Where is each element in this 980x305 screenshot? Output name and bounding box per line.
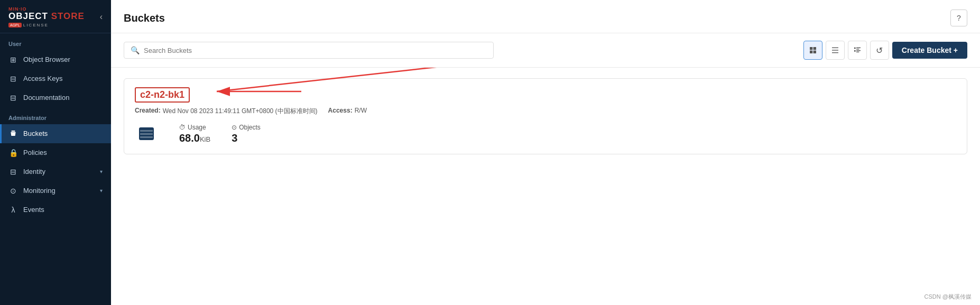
sidebar-item-label: Events — [23, 206, 44, 214]
logo-title: OBJECT STORE — [8, 12, 85, 22]
sidebar-item-events[interactable]: λ Events — [0, 200, 111, 219]
doc-icon: ⊟ — [8, 93, 18, 103]
bucket-icon — [8, 129, 18, 138]
svg-rect-18 — [140, 133, 153, 135]
bucket-name[interactable]: c2-n2-bk1 — [140, 89, 184, 100]
sidebar-item-buckets[interactable]: Buckets — [0, 124, 111, 143]
svg-rect-10 — [854, 50, 856, 52]
svg-rect-17 — [140, 130, 153, 132]
bucket-storage-icon — [135, 122, 158, 145]
sidebar-item-label: Access Keys — [23, 75, 62, 82]
grid-icon: ⊞ — [8, 55, 18, 64]
usage-label: ⏱ Usage — [179, 124, 210, 131]
lambda-icon: λ — [8, 205, 18, 215]
sidebar-header: MIN·IO OBJECT STORE AGPL LICENSE ‹ — [0, 0, 111, 33]
objects-value: 3 — [232, 132, 261, 144]
usage-stat: ⏱ Usage 68.0KiB — [179, 124, 210, 144]
bucket-access: Access: R/W — [328, 107, 367, 116]
svg-rect-7 — [854, 48, 856, 49]
agpl-badge: AGPL — [8, 23, 22, 27]
svg-rect-5 — [832, 50, 838, 50]
create-bucket-button[interactable]: Create Bucket + — [892, 42, 967, 59]
sidebar-item-label: Identity — [23, 168, 45, 175]
help-button[interactable]: ? — [950, 10, 967, 26]
access-label: Access: — [328, 107, 353, 116]
user-icon: ⊟ — [8, 167, 18, 177]
svg-rect-3 — [813, 51, 816, 53]
chevron-down-icon: ▾ — [100, 188, 103, 193]
toolbar-actions: ↺ Create Bucket + — [803, 41, 967, 60]
objects-label: ⊙ Objects — [232, 124, 261, 131]
chart-icon: ⊙ — [8, 186, 18, 196]
svg-rect-19 — [140, 136, 153, 138]
content-area: c2-n2-bk1 Created: Wed Nov 08 2023 11:49… — [111, 68, 980, 305]
svg-rect-1 — [813, 47, 816, 50]
bucket-created: Created: Wed Nov 08 2023 11:49:11 GMT+08… — [135, 107, 318, 116]
svg-rect-8 — [856, 48, 861, 48]
sidebar-item-label: Monitoring — [23, 187, 56, 195]
logo: MIN·IO OBJECT STORE AGPL LICENSE — [8, 6, 85, 27]
sidebar-item-identity[interactable]: ⊟ Identity ▾ — [0, 162, 111, 181]
refresh-button[interactable]: ↺ — [870, 41, 889, 60]
svg-rect-0 — [810, 47, 812, 50]
svg-rect-2 — [810, 51, 812, 53]
collapse-sidebar-button[interactable]: ‹ — [100, 12, 103, 22]
search-icon: 🔍 — [131, 46, 140, 54]
logo-license: AGPL LICENSE — [8, 23, 85, 27]
sidebar-item-monitoring[interactable]: ⊙ Monitoring ▾ — [0, 181, 111, 200]
svg-rect-6 — [832, 52, 838, 53]
sidebar-item-access-keys[interactable]: ⊟ Access Keys — [0, 69, 111, 88]
sidebar-item-documentation[interactable]: ⊟ Documentation — [0, 88, 111, 107]
clock-icon: ⏱ — [179, 124, 186, 131]
shield-icon: 🔒 — [8, 148, 18, 158]
objects-stat: ⊙ Objects 3 — [232, 124, 261, 144]
list-view-button[interactable] — [826, 41, 845, 60]
watermark: CSDN @枫溪传媒 — [924, 293, 972, 301]
svg-rect-12 — [856, 52, 859, 52]
created-value: Wed Nov 08 2023 11:49:11 GMT+0800 (中国标准时… — [163, 107, 318, 116]
sidebar-item-label: Policies — [23, 149, 47, 156]
sidebar-item-policies[interactable]: 🔒 Policies — [0, 143, 111, 162]
toolbar: 🔍 ↺ Create Bucket + — [111, 33, 980, 68]
logo-subtitle: LICENSE — [23, 23, 49, 27]
search-box[interactable]: 🔍 — [124, 42, 494, 59]
page-header: Buckets ? — [111, 0, 980, 33]
svg-rect-11 — [856, 50, 861, 51]
sidebar-item-label: Object Browser — [23, 56, 70, 63]
search-input[interactable] — [144, 47, 487, 54]
bucket-card: c2-n2-bk1 Created: Wed Nov 08 2023 11:49… — [124, 78, 967, 154]
main-content: Buckets ? 🔍 ↺ Create Bucket + — [111, 0, 980, 305]
sidebar-item-label: Documentation — [23, 94, 69, 101]
svg-rect-9 — [856, 49, 859, 49]
bucket-stats: ⏱ Usage 68.0KiB ⊙ Objects 3 — [135, 122, 956, 145]
created-label: Created: — [135, 107, 161, 116]
sidebar-item-object-browser[interactable]: ⊞ Object Browser — [0, 50, 111, 69]
access-value: R/W — [355, 107, 367, 116]
sidebar: MIN·IO OBJECT STORE AGPL LICENSE ‹ User … — [0, 0, 111, 305]
objects-icon: ⊙ — [232, 124, 237, 131]
chevron-down-icon: ▾ — [100, 169, 103, 174]
sidebar-item-label: Buckets — [23, 130, 48, 137]
detail-view-button[interactable] — [848, 41, 867, 60]
svg-rect-4 — [832, 48, 838, 48]
grid-view-button[interactable] — [803, 41, 822, 60]
bucket-metadata: Created: Wed Nov 08 2023 11:49:11 GMT+08… — [135, 107, 956, 116]
key-icon: ⊟ — [8, 74, 18, 84]
page-title: Buckets — [124, 12, 165, 24]
user-section-label: User — [0, 33, 111, 50]
admin-section-label: Administrator — [0, 107, 111, 124]
usage-value: 68.0KiB — [179, 132, 210, 144]
